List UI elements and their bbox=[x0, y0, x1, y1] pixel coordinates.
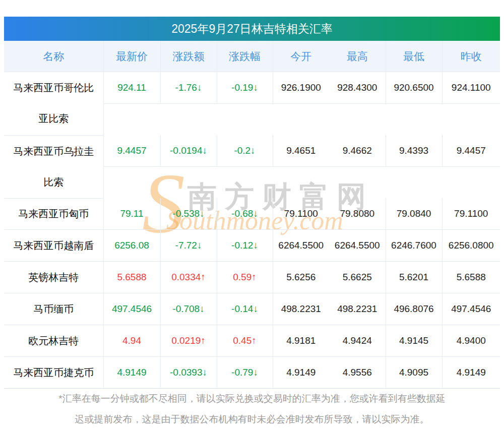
change-percent: -0.19↓ bbox=[217, 72, 273, 104]
rate-table-container: 2025年9月27日林吉特相关汇率 名称 最新价 涨跌额 涨跌幅 今开 最高 最… bbox=[4, 17, 500, 389]
exchange-rate-page: S 南方财富网 Southmoney.com 2025年9月27日林吉特相关汇率… bbox=[0, 0, 504, 430]
table-row: 马来西亚币乌拉圭 比索 9.4457 -0.0194↓ -0.2↓ 9.4651… bbox=[4, 135, 500, 167]
change-amount: 0.0219↑ bbox=[160, 325, 217, 357]
disclaimer-text: *汇率在每一分钟或都不尽相同，请以实际兑换或交易时的汇率为准，您或许看到有些数据… bbox=[0, 388, 504, 429]
currency-name: 马来西亚币越南盾 bbox=[4, 230, 103, 262]
last-price: 497.4546 bbox=[103, 293, 160, 325]
table-row: 马来西亚币越南盾 6256.08 -7.72↓ -0.12↓ 6264.5500… bbox=[4, 230, 500, 262]
prev-close: 6256.0800 bbox=[442, 230, 500, 262]
col-name: 名称 bbox=[4, 41, 103, 72]
change-amount: -0.538↓ bbox=[160, 198, 217, 230]
open-price: 6264.5500 bbox=[273, 230, 329, 262]
currency-name: 欧元林吉特 bbox=[4, 325, 103, 357]
change-amount: -0.0393↓ bbox=[160, 357, 217, 389]
change-percent: -0.14↓ bbox=[217, 293, 273, 325]
last-price: 6256.08 bbox=[103, 230, 160, 262]
col-low: 最低 bbox=[386, 41, 442, 72]
open-price: 9.4651 bbox=[273, 135, 329, 167]
open-price: 926.1900 bbox=[273, 72, 329, 104]
col-open: 今开 bbox=[273, 41, 329, 72]
prev-close: 9.4457 bbox=[442, 135, 500, 167]
currency-name: 马来西亚币乌拉圭 比索 bbox=[4, 135, 103, 198]
col-change-percent: 涨跌幅 bbox=[217, 41, 273, 72]
disclaimer-line-1: *汇率在每一分钟或都不尽相同，请以实际兑换或交易时的汇率为准，您或许看到有些数据… bbox=[0, 388, 504, 409]
change-amount: -1.76↓ bbox=[160, 72, 217, 104]
table-row: 马来西亚币捷克币 4.9149 -0.0393↓ -0.79↓ 4.9149 4… bbox=[4, 357, 500, 389]
high-price: 498.2231 bbox=[329, 293, 386, 325]
last-price: 5.6588 bbox=[103, 262, 160, 293]
low-price: 6246.7600 bbox=[386, 230, 442, 262]
low-price: 920.6500 bbox=[386, 72, 442, 104]
prev-close: 497.4546 bbox=[442, 293, 500, 325]
col-change-amount: 涨跌额 bbox=[160, 41, 217, 72]
high-price: 5.6625 bbox=[329, 262, 386, 293]
col-last-price: 最新价 bbox=[103, 41, 160, 72]
last-price: 79.11 bbox=[103, 198, 160, 230]
change-amount: -0.708↓ bbox=[160, 293, 217, 325]
change-amount: -0.0194↓ bbox=[160, 135, 217, 167]
change-percent: 0.45↑ bbox=[217, 325, 273, 357]
open-price: 4.9149 bbox=[273, 357, 329, 389]
low-price: 496.8076 bbox=[386, 293, 442, 325]
open-price: 79.1100 bbox=[273, 198, 329, 230]
change-percent: -0.2↓ bbox=[217, 135, 273, 167]
change-percent: -0.12↓ bbox=[217, 230, 273, 262]
high-price: 928.4300 bbox=[329, 72, 386, 104]
high-price: 79.8080 bbox=[329, 198, 386, 230]
high-price: 4.9424 bbox=[329, 325, 386, 357]
prev-close: 924.1100 bbox=[442, 72, 500, 104]
col-prev-close: 昨收 bbox=[442, 41, 500, 72]
table-row: 欧元林吉特 4.94 0.0219↑ 0.45↑ 4.9181 4.9424 4… bbox=[4, 325, 500, 357]
last-price: 924.11 bbox=[103, 72, 160, 104]
change-amount: -7.72↓ bbox=[160, 230, 217, 262]
low-price: 9.4393 bbox=[386, 135, 442, 167]
low-price: 4.9145 bbox=[386, 325, 442, 357]
header-row: 名称 最新价 涨跌额 涨跌幅 今开 最高 最低 昨收 bbox=[4, 41, 500, 72]
table-row: 英镑林吉特 5.6588 0.0334↑ 0.59↑ 5.6256 5.6625… bbox=[4, 262, 500, 293]
change-percent: 0.59↑ bbox=[217, 262, 273, 293]
change-percent: -0.68↓ bbox=[217, 198, 273, 230]
last-price: 4.9149 bbox=[103, 357, 160, 389]
last-price: 4.94 bbox=[103, 325, 160, 357]
low-price: 4.9095 bbox=[386, 357, 442, 389]
prev-close: 5.6588 bbox=[442, 262, 500, 293]
currency-name: 马来西亚币哥伦比 亚比索 bbox=[4, 72, 103, 136]
high-price: 9.4662 bbox=[329, 135, 386, 167]
currency-name: 马来西亚币捷克币 bbox=[4, 357, 103, 389]
low-price: 79.0840 bbox=[386, 198, 442, 230]
prev-close: 79.1100 bbox=[442, 198, 500, 230]
table-title-banner: 2025年9月27日林吉特相关汇率 bbox=[4, 17, 500, 41]
page-title: 2025年9月27日林吉特相关汇率 bbox=[171, 22, 333, 35]
disclaimer-line-2: 迟或提前发布，这是由于数据公布机构有时未必会准时发布所导致，请以实际为准。 bbox=[0, 409, 504, 429]
currency-name: 马来西亚币匈币 bbox=[4, 198, 103, 230]
currency-name: 英镑林吉特 bbox=[4, 262, 103, 293]
prev-close: 4.9149 bbox=[442, 357, 500, 389]
open-price: 498.2231 bbox=[273, 293, 329, 325]
change-amount: 0.0334↑ bbox=[160, 262, 217, 293]
col-high: 最高 bbox=[329, 41, 386, 72]
high-price: 6264.5500 bbox=[329, 230, 386, 262]
open-price: 4.9181 bbox=[273, 325, 329, 357]
table-row: 马来西亚币哥伦比 亚比索 924.11 -1.76↓ -0.19↓ 926.19… bbox=[4, 72, 500, 104]
change-percent: -0.79↓ bbox=[217, 357, 273, 389]
last-price: 9.4457 bbox=[103, 135, 160, 167]
open-price: 5.6256 bbox=[273, 262, 329, 293]
prev-close: 4.9400 bbox=[442, 325, 500, 357]
currency-name: 马币缅币 bbox=[4, 293, 103, 325]
low-price: 5.6201 bbox=[386, 262, 442, 293]
rate-table: 名称 最新价 涨跌额 涨跌幅 今开 最高 最低 昨收 马来西亚币哥伦比 亚比索 bbox=[4, 41, 500, 389]
table-row: 马来西亚币匈币 79.11 -0.538↓ -0.68↓ 79.1100 79.… bbox=[4, 198, 500, 230]
table-row: 马币缅币 497.4546 -0.708↓ -0.14↓ 498.2231 49… bbox=[4, 293, 500, 325]
high-price: 4.9556 bbox=[329, 357, 386, 389]
